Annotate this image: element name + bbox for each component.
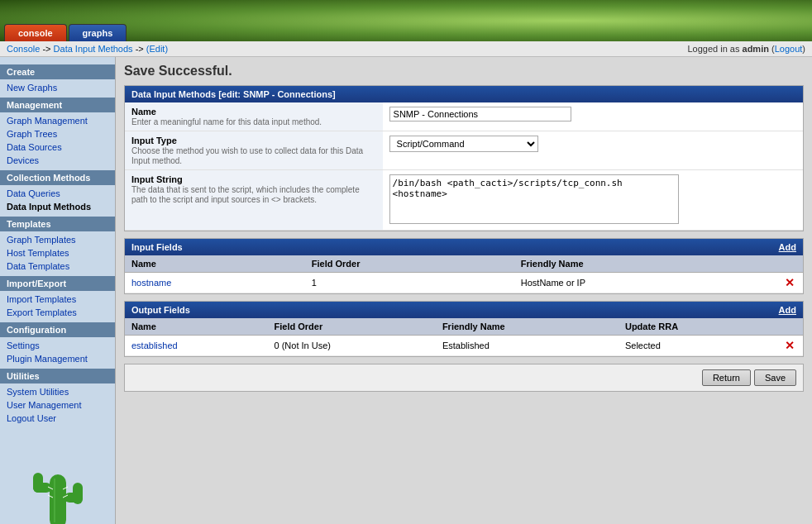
sidebar-header-collection: Collection Methods bbox=[0, 170, 115, 185]
sidebar-item-plugin-management[interactable]: Plugin Management bbox=[0, 352, 115, 365]
table-row: established 0 (Not In Use) Established S… bbox=[125, 336, 803, 356]
breadcrumb-sep1: -> bbox=[42, 44, 53, 54]
sidebar-header-configuration: Configuration bbox=[0, 322, 115, 337]
delete-icon[interactable]: ✕ bbox=[785, 276, 795, 289]
input-string-textarea[interactable]: /bin/bash <path_cacti>/scripts/tcp_conn.… bbox=[389, 174, 679, 224]
delete-icon[interactable]: ✕ bbox=[785, 339, 795, 352]
input-fields-col-friendly: Friendly Name bbox=[514, 255, 778, 273]
sidebar-item-user-management[interactable]: User Management bbox=[0, 398, 115, 412]
input-field-name-link[interactable]: hostname bbox=[131, 278, 171, 288]
output-fields-col-action bbox=[778, 318, 803, 336]
content-area: Save Successful. Data Input Methods [edi… bbox=[116, 57, 812, 524]
input-fields-add[interactable]: Add bbox=[779, 242, 796, 252]
breadcrumb-edit[interactable]: (Edit) bbox=[146, 44, 168, 54]
sidebar-item-settings[interactable]: Settings bbox=[0, 339, 115, 352]
output-fields-table: Name Field Order Friendly Name Update RR… bbox=[125, 318, 803, 356]
sidebar-item-data-queries[interactable]: Data Queries bbox=[0, 187, 115, 200]
output-field-order: 0 (Not In Use) bbox=[268, 336, 436, 356]
dim-panel: Data Input Methods [edit: SNMP - Connect… bbox=[124, 85, 804, 231]
input-field-delete[interactable]: ✕ bbox=[778, 273, 803, 293]
input-field-name: hostname bbox=[125, 273, 305, 293]
sidebar-item-import-templates[interactable]: Import Templates bbox=[0, 293, 115, 306]
dim-panel-edit: [edit: SNMP - Connections] bbox=[218, 89, 336, 99]
sidebar-item-devices[interactable]: Devices bbox=[0, 154, 115, 167]
output-field-rra: Selected bbox=[619, 336, 778, 356]
table-row: hostname 1 HostName or IP ✕ bbox=[125, 273, 803, 293]
input-fields-title: Input Fields bbox=[131, 242, 183, 252]
input-fields-panel: Input Fields Add Name Field Order Friend… bbox=[124, 238, 804, 294]
login-user: admin bbox=[743, 44, 769, 54]
input-type-label-cell: Input Type Choose the method you wish to… bbox=[125, 131, 383, 170]
return-button[interactable]: Return bbox=[702, 369, 751, 386]
input-type-label: Input Type bbox=[131, 136, 376, 145]
dim-panel-title: Data Input Methods bbox=[131, 89, 216, 99]
form-row-name: Name Enter a meaningful name for this da… bbox=[125, 102, 803, 131]
header: console graphs bbox=[0, 0, 812, 41]
breadcrumb-console[interactable]: Console bbox=[7, 44, 40, 54]
input-type-value-cell: Script/Command SNMP SNMP Query Script Qu… bbox=[383, 131, 803, 170]
input-fields-col-name: Name bbox=[125, 255, 305, 273]
output-field-delete[interactable]: ✕ bbox=[778, 336, 803, 356]
sidebar-item-data-input-methods[interactable]: Data Input Methods bbox=[0, 200, 115, 213]
input-type-select[interactable]: Script/Command SNMP SNMP Query Script Qu… bbox=[389, 136, 538, 152]
sidebar-item-graph-templates[interactable]: Graph Templates bbox=[0, 233, 115, 246]
name-input[interactable] bbox=[389, 107, 571, 121]
breadcrumb: Console -> Data Input Methods -> (Edit) … bbox=[0, 41, 812, 57]
input-type-desc: Choose the method you wish to use to col… bbox=[131, 146, 363, 165]
sidebar-item-system-utilities[interactable]: System Utilities bbox=[0, 385, 115, 398]
input-field-order: 1 bbox=[305, 273, 514, 293]
sidebar-header-utilities: Utilities bbox=[0, 369, 115, 383]
input-string-label: Input String bbox=[131, 174, 376, 184]
input-fields-table: Name Field Order Friendly Name hostname … bbox=[125, 255, 803, 293]
sidebar-header-import-export: Import/Export bbox=[0, 276, 115, 291]
tab-graphs[interactable]: graphs bbox=[69, 24, 127, 41]
sidebar: Create New Graphs Management Graph Manag… bbox=[0, 57, 116, 524]
sidebar-header-create: Create bbox=[0, 64, 115, 79]
cactus-logo bbox=[0, 425, 115, 524]
input-fields-header: Input Fields Add bbox=[125, 239, 803, 255]
main-layout: Create New Graphs Management Graph Manag… bbox=[0, 57, 812, 524]
svg-rect-2 bbox=[33, 473, 43, 493]
save-button[interactable]: Save bbox=[754, 369, 796, 386]
input-fields-header-row: Name Field Order Friendly Name bbox=[125, 255, 803, 273]
button-row: Return Save bbox=[124, 364, 804, 392]
dim-panel-header: Data Input Methods [edit: SNMP - Connect… bbox=[125, 86, 803, 102]
sidebar-item-logout-user[interactable]: Logout User bbox=[0, 412, 115, 425]
form-row-input-type: Input Type Choose the method you wish to… bbox=[125, 131, 803, 170]
sidebar-header-templates: Templates bbox=[0, 217, 115, 231]
input-field-friendly: HostName or IP bbox=[514, 273, 778, 293]
output-fields-add[interactable]: Add bbox=[779, 305, 796, 315]
form-row-input-string: Input String The data that is sent to th… bbox=[125, 170, 803, 231]
breadcrumb-sep2: -> bbox=[136, 44, 146, 54]
nav-tabs: console graphs bbox=[0, 24, 127, 41]
success-message: Save Successful. bbox=[124, 64, 804, 79]
output-fields-header: Output Fields Add bbox=[125, 302, 803, 318]
output-fields-title: Output Fields bbox=[131, 305, 190, 315]
sidebar-item-data-sources[interactable]: Data Sources bbox=[0, 141, 115, 154]
input-string-value-cell: /bin/bash <path_cacti>/scripts/tcp_conn.… bbox=[383, 170, 803, 231]
sidebar-item-export-templates[interactable]: Export Templates bbox=[0, 306, 115, 319]
output-field-name-link[interactable]: established bbox=[131, 341, 178, 350]
breadcrumb-dim[interactable]: Data Input Methods bbox=[54, 44, 133, 54]
sidebar-item-new-graphs[interactable]: New Graphs bbox=[0, 81, 115, 94]
input-string-desc: The data that is sent to the script, whi… bbox=[131, 185, 360, 204]
sidebar-item-host-templates[interactable]: Host Templates bbox=[0, 246, 115, 260]
input-fields-col-order: Field Order bbox=[305, 255, 514, 273]
sidebar-item-graph-trees[interactable]: Graph Trees bbox=[0, 127, 115, 141]
output-fields-col-rra: Update RRA bbox=[619, 318, 778, 336]
sidebar-header-management: Management bbox=[0, 98, 115, 112]
output-fields-col-name: Name bbox=[125, 318, 268, 336]
tab-console[interactable]: console bbox=[4, 24, 67, 41]
logout-link[interactable]: Logout bbox=[775, 44, 803, 54]
name-value-cell bbox=[383, 102, 803, 131]
sidebar-item-graph-management[interactable]: Graph Management bbox=[0, 114, 115, 127]
input-string-label-cell: Input String The data that is sent to th… bbox=[125, 170, 383, 231]
logout-paren2: ) bbox=[802, 44, 805, 54]
output-fields-col-friendly: Friendly Name bbox=[436, 318, 619, 336]
login-info: Logged in as admin (Logout) bbox=[687, 44, 805, 54]
output-fields-col-order: Field Order bbox=[268, 318, 436, 336]
form-table: Name Enter a meaningful name for this da… bbox=[125, 102, 803, 231]
sidebar-item-data-templates[interactable]: Data Templates bbox=[0, 260, 115, 273]
name-desc: Enter a meaningful name for this data in… bbox=[131, 117, 322, 126]
output-fields-header-row: Name Field Order Friendly Name Update RR… bbox=[125, 318, 803, 336]
